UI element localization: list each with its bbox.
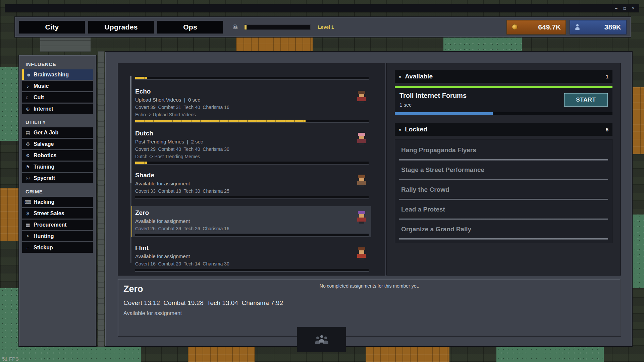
tab-city[interactable]: City [19,21,85,34]
map-tile [188,347,255,362]
chevron-down-icon: v [399,127,401,132]
member-stats: Covert 39 Combat 31 Tech 40 Charisma 16 [135,105,369,110]
sidebar-item-spycraft[interactable]: ☉ Spycraft [22,173,93,183]
close-icon[interactable]: × [632,6,634,10]
window-titlebar: – □ × [5,4,639,12]
population-value: 389K [583,23,621,31]
locked-item-stage-a-street-performance[interactable]: Stage a Street Performance [399,161,608,180]
start-button[interactable]: START [564,93,608,107]
member-name: Flint [135,244,369,252]
member-card-dutch[interactable]: Dutch Post Trending Memes | 2 sec Covert… [135,130,369,165]
member-progress-fill [135,120,306,122]
member-progress-fill [135,77,147,79]
locked-item-label: Stage a Street Performance [399,166,608,174]
sidebar-item-stickup[interactable]: ⌐ Stickup [22,242,93,253]
member-progress-fill [135,162,147,164]
maximize-icon[interactable]: □ [624,6,626,10]
locked-item-label: Lead a Protest [399,206,608,213]
sidebar-item-music[interactable]: ♪ Music [22,81,93,91]
sidebar-item-hunting[interactable]: ⌖ Hunting [22,231,93,241]
sidebar-item-label: Spycraft [34,175,55,181]
member-name: Dutch [135,130,369,137]
available-assignment-card[interactable]: Troll Internet Forums 1 sec START [395,88,612,115]
sidebar-item-salvage[interactable]: ♻ Salvage [22,139,93,149]
people-group-icon [315,335,328,344]
assignment-title: Troll Internet Forums [399,92,467,100]
locked-item-rally-the-crowd[interactable]: Rally the Crowd [399,180,608,200]
assignment-category-sidebar: INFLUENCE ☻ Brainwashing ♪ Music ☾ Cult … [18,55,97,347]
member-stats: Covert 33 Combat 18 Tech 30 Charisma 25 [135,188,369,194]
chevron-down-icon: v [399,74,401,79]
spy-icon: ☉ [22,176,34,181]
member-card-flint[interactable]: Flint Available for assignment Covert 16… [135,244,369,272]
population-counter[interactable]: 389K [570,20,627,35]
pistol-icon: ⌐ [22,245,34,250]
map-tile [0,67,18,141]
scrollbar-thumb[interactable] [130,76,131,183]
member-progress-track [135,77,369,80]
member-progress-track [135,196,369,199]
money-counter[interactable]: 649.7K [506,20,566,35]
map-tile [0,188,18,241]
member-progress-track [135,269,369,272]
member-card-zero[interactable]: Zero Available for assignment Covert 26 … [131,206,371,237]
sidebar-item-cult[interactable]: ☾ Cult [22,92,93,103]
fps-counter: 51 FPS [2,356,19,362]
minimize-icon[interactable]: – [615,6,618,10]
available-section-title: Available [405,73,433,80]
locked-section-header[interactable]: v Locked 5 [395,123,612,136]
member-stats: Covert 16 Combat 20 Tech 14 Charisma 30 [135,261,369,266]
locked-item-lead-a-protest[interactable]: Lead a Protest [399,200,608,220]
sidebar-item-label: Cult [34,95,44,101]
robot-icon: ⚙ [22,153,34,158]
member-status: Available for assignment [135,253,369,259]
member-list-scrollbar[interactable] [130,76,131,263]
assignments-panel: v Available 1 Troll Internet Forums 1 se… [386,63,621,276]
sidebar-item-training[interactable]: ⚑ Training [22,162,93,172]
member-card-echo[interactable]: Echo Upload Short Videos | 0 sec Covert … [135,88,369,123]
locked-item-organize-a-grand-rally[interactable]: Organize a Grand Rally [399,220,608,240]
money-value: 649.7K [521,23,561,31]
member-card-shade[interactable]: Shade Available for assignment Covert 33… [135,172,369,199]
tab-ops[interactable]: Ops [157,21,223,34]
member-avatar [355,132,369,146]
sidebar-item-get-a-job[interactable]: ▤ Get A Job [22,127,93,138]
sidebar-item-hacking[interactable]: ⌨ Hacking [22,197,93,207]
sidebar-item-procurement[interactable]: ▦ Procurement [22,220,93,230]
locked-item-hang-propaganda-flyers[interactable]: Hang Propaganda Flyers [399,141,608,161]
members-dock-button[interactable] [297,327,346,352]
map-tile [0,288,18,347]
member-stats: Covert 29 Combat 40 Tech 40 Charisma 30 [135,146,369,152]
member-avatar [355,90,369,104]
sidebar-item-label: Hunting [34,233,54,239]
available-section-header[interactable]: v Available 1 [395,70,612,83]
member-status: Available for assignment [135,218,369,224]
locked-count-badge: 5 [606,127,608,132]
map-tile [633,215,644,288]
sidebar-item-robotics[interactable]: ⚙ Robotics [22,150,93,161]
assignment-progress-fill [395,112,493,115]
sidebar-item-street-sales[interactable]: $ Street Sales [22,208,93,219]
crates-icon: ▦ [22,222,34,228]
assignment-progress-track [395,112,612,115]
map-tile [0,347,141,362]
member-assignment: Echo -> Upload Short Videos [135,112,369,117]
brainwashing-panel: Echo Upload Short Videos | 0 sec Covert … [105,51,633,347]
map-tile [633,87,644,154]
tab-upgrades[interactable]: Upgrades [88,21,154,34]
map-tile [496,347,604,362]
member-detail-panel: Zero Covert 13.12 Combat 19.28 Tech 13.0… [118,279,621,337]
locked-item-divider [399,238,608,240]
briefcase-icon: ▤ [22,130,34,135]
locked-assignments-list: Hang Propaganda Flyers Stage a Street Pe… [395,139,612,243]
target-icon: ⌖ [22,233,34,239]
sidebar-item-label: Hacking [34,199,54,205]
section-header-crime: CRIME [22,186,93,197]
member-avatar [355,246,369,260]
member-status: Upload Short Videos | 0 sec [135,97,369,103]
map-tile [366,347,449,362]
sidebar-item-internet[interactable]: ⊕ Internet [22,104,93,114]
sidebar-item-label: Procurement [34,222,67,228]
sidebar-item-label: Brainwashing [34,72,69,78]
sidebar-item-brainwashing[interactable]: ☻ Brainwashing [22,69,93,80]
